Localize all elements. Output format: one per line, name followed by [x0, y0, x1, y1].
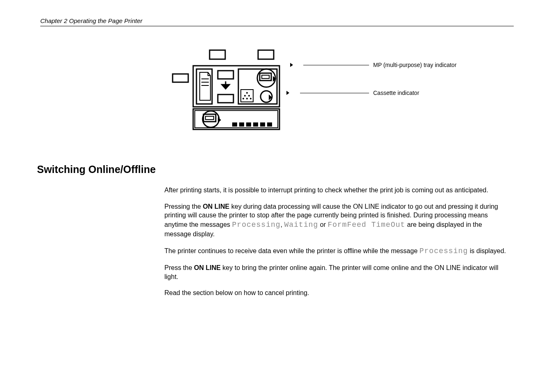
svg-point-25	[246, 98, 248, 99]
callout-cassette: Cassette indicator	[373, 90, 419, 96]
text: Press the	[164, 264, 194, 271]
svg-point-23	[248, 95, 250, 97]
svg-rect-7	[246, 122, 251, 127]
lcd-processing: Processing	[232, 221, 281, 229]
paragraph-5: Read the section below on how to cancel …	[164, 288, 509, 297]
svg-point-26	[250, 98, 252, 99]
svg-rect-17	[218, 71, 233, 79]
callout-mp-tray: MP (multi-purpose) tray indicator	[373, 62, 457, 68]
lcd-formfeed: FormFeed TimeOut	[328, 221, 405, 229]
header-divider	[40, 26, 514, 26]
svg-rect-32	[258, 50, 274, 59]
text: The printer continues to receive data ev…	[164, 247, 420, 254]
section-heading: Switching Online/Offline	[37, 164, 156, 175]
svg-rect-6	[239, 122, 244, 127]
text: Pressing the	[164, 203, 203, 210]
svg-rect-9	[260, 122, 265, 127]
paragraph-1: After printing starts, it is possible to…	[164, 186, 509, 195]
svg-rect-20	[241, 90, 253, 102]
printer-panel-diagram	[169, 49, 308, 131]
lcd-waiting: Waiting	[284, 221, 318, 229]
body-content: After printing starts, it is possible to…	[164, 186, 509, 305]
svg-point-24	[242, 98, 244, 99]
svg-rect-31	[210, 50, 225, 59]
callout-line-mp	[303, 65, 369, 65]
online-key-label: ON LINE	[194, 264, 221, 271]
callout-line-cassette	[300, 93, 369, 93]
svg-rect-10	[267, 122, 272, 127]
online-key-label: ON LINE	[203, 203, 229, 210]
svg-rect-5	[232, 122, 237, 127]
chapter-title: Chapter 2 Operating the Page Printer	[40, 17, 514, 24]
lcd-processing: Processing	[420, 247, 468, 255]
svg-rect-12	[173, 74, 188, 82]
svg-rect-8	[253, 122, 258, 127]
paragraph-2: Pressing the ON LINE key during data pro…	[164, 202, 509, 239]
svg-rect-29	[262, 75, 269, 78]
svg-rect-18	[218, 95, 233, 103]
svg-point-21	[246, 92, 248, 94]
svg-point-22	[244, 95, 246, 97]
paragraph-3: The printer continues to receive data ev…	[164, 246, 509, 256]
page-header: Chapter 2 Operating the Page Printer	[40, 17, 514, 26]
printer-diagram-area: MP (multi-purpose) tray indicator Casset…	[169, 49, 473, 131]
svg-rect-4	[205, 116, 214, 120]
text: is displayed.	[468, 247, 506, 254]
paragraph-4: Press the ON LINE key to bring the print…	[164, 263, 509, 281]
text: or	[318, 221, 328, 228]
